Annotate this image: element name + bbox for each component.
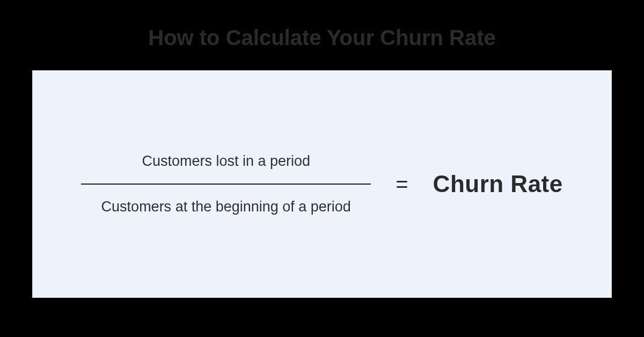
equals-sign: = [396, 173, 408, 195]
formula-denominator: Customers at the beginning of a period [101, 185, 351, 229]
page-title: How to Calculate Your Churn Rate [148, 26, 495, 50]
formula-numerator: Customers lost in a period [142, 139, 310, 184]
formula-result: Churn Rate [433, 171, 563, 197]
formula-card: Customers lost in a period Customers at … [32, 70, 612, 298]
formula-fraction: Customers lost in a period Customers at … [81, 139, 371, 229]
